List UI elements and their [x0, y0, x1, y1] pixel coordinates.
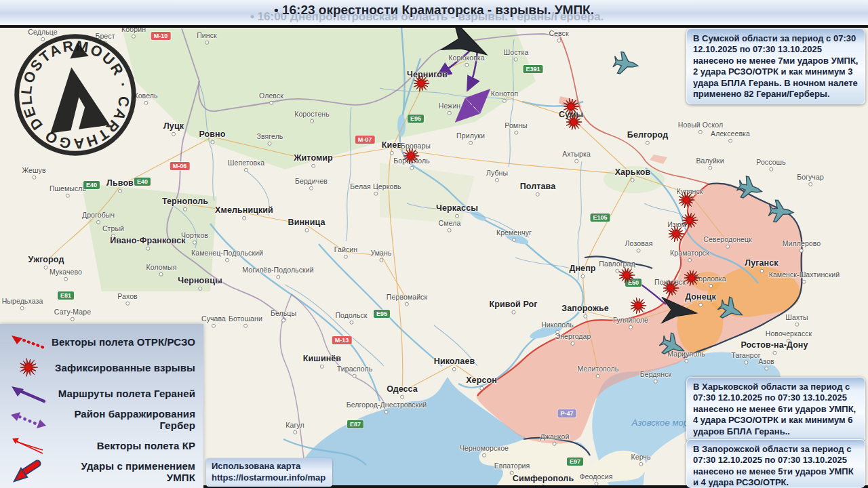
- legend-row-gerber: Район барражирования Гербер: [7, 407, 195, 432]
- umpk-strike-icon: [7, 460, 50, 484]
- map-attribution: Использована карта https://lostarmour.in…: [206, 458, 332, 487]
- legend-row-geran: Маршруты полета Гераней: [7, 382, 195, 406]
- legend-panel: Векторы полета ОТРК/РСЗО Зафиксированные…: [0, 324, 203, 488]
- kr-vector-icon: [7, 436, 50, 456]
- info-box-kharkiv: В Харьковской области за период с 07:30 …: [686, 377, 865, 442]
- geran-route-icon: [7, 384, 50, 404]
- legend-label: Удары с применением УМПК: [50, 460, 195, 483]
- legend-row-umpk: Удары с применением УМПК: [7, 460, 195, 484]
- legend-label: Зафиксированные взрывы: [50, 362, 195, 373]
- ticker-current-line: • 16:23 окрестности Краматорска - взрывы…: [274, 3, 594, 18]
- legend-label: Векторы полета ОТРК/РСЗО: [50, 336, 195, 348]
- legend-row-kr: Векторы полета КР: [7, 434, 195, 458]
- legend-row-explosions: Зафиксированные взрывы: [7, 355, 195, 380]
- news-ticker-bar: • 16:00 Днепропетровская область - взрыв…: [0, 0, 868, 28]
- screenshot-stage: СедльцеБрестКобринПинскЖешувПшемысльКове…: [0, 0, 868, 488]
- explosion-icon: [7, 358, 50, 377]
- info-box-zaporizhzhia: В Запорожской области за период с 07:30 …: [686, 439, 865, 488]
- legend-label: Векторы полета КР: [50, 440, 195, 451]
- legend-label: Район барражирования Гербер: [50, 408, 195, 431]
- info-box-sumy: В Сумской области за период с 07:30 12.1…: [686, 28, 865, 104]
- legend-row-otrk: Векторы полета ОТРК/РСЗО: [7, 329, 195, 354]
- legend-label: Маршруты полета Гераней: [50, 388, 195, 399]
- gerber-area-icon: [7, 408, 50, 431]
- otrk-vector-icon: [7, 331, 50, 352]
- attribution-text: Использована карта: [212, 461, 327, 472]
- attribution-url: https://lostarmour.info/map: [212, 472, 327, 484]
- lostarmour-watermark: LOSTARMOUR · CARTHAGO DELENDA EST ·: [9, 28, 142, 165]
